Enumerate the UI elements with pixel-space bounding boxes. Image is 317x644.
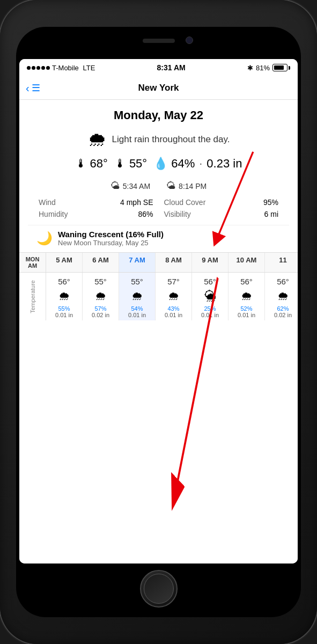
hourly-data-row: Temperature 56° 🌧 55% 0.01 in xyxy=(19,273,298,320)
precip-pct-5am: 55% xyxy=(58,305,70,312)
moon-next: New Moon Thursday, May 25 xyxy=(58,239,281,247)
weather-condition-icon: 🌧 xyxy=(87,130,107,149)
wind-row: Wind 4 mph SE xyxy=(39,197,153,208)
precip-amt-7am: 0.01 in xyxy=(128,312,146,318)
weather-icon-10am: 🌧 xyxy=(241,289,253,303)
hour-col-6am: 6 AM xyxy=(83,253,119,272)
sunset-time: 8:14 PM xyxy=(179,182,207,191)
hour-data-7am: 55° 🌧 54% 0.01 in xyxy=(119,273,156,320)
humidity-value: 86% xyxy=(138,210,153,218)
precip-amt-9am: 0.01 in xyxy=(201,312,219,318)
phone-body: T-Mobile LTE 8:31 AM ✱ 81% xyxy=(16,27,301,617)
wind-label: Wind xyxy=(39,198,56,207)
hourly-section[interactable]: MON AM 5 AM 6 AM 7 AM 8 AM 9 AM 10 AM 11 xyxy=(19,252,298,564)
status-left: T-Mobile LTE xyxy=(27,64,95,72)
battery-percent: 81% xyxy=(256,64,270,72)
phone-frame: T-Mobile LTE 8:31 AM ✱ 81% xyxy=(0,0,317,644)
sunset-item: 🌤 8:14 PM xyxy=(166,180,207,192)
temp-9am: 56° xyxy=(204,277,216,286)
cloud-cover-row: Cloud Cover 95% xyxy=(164,197,279,208)
temp-11am: 56° xyxy=(277,277,289,286)
weather-icon-6am: 🌧 xyxy=(95,289,107,303)
weather-icon-5am: 🌧 xyxy=(58,289,70,303)
camera xyxy=(186,36,193,44)
precip-amt-6am: 0.02 in xyxy=(92,312,109,318)
moon-icon: 🌙 xyxy=(36,231,53,246)
moon-phase: Waning Crescent (16% Full) xyxy=(58,230,281,239)
cloud-cover-label: Cloud Cover xyxy=(164,198,206,207)
visibility-row: Visibility 6 mi xyxy=(164,209,279,219)
hour-col-10am: 10 AM xyxy=(228,253,265,272)
hour-col-8am: 8 AM xyxy=(156,253,192,272)
hour-data-5am: 56° 🌧 55% 0.01 in xyxy=(46,273,83,320)
back-chevron-icon: ‹ xyxy=(26,83,30,93)
nav-bar: ‹ ☰ New York xyxy=(19,76,298,100)
hour-col-9am: 9 AM xyxy=(192,253,228,272)
precip-pct-8am: 43% xyxy=(167,305,179,312)
weather-icon-8am: 🌧 xyxy=(168,289,180,303)
hourly-scroll[interactable]: MON AM 5 AM 6 AM 7 AM 8 AM 9 AM 10 AM 11 xyxy=(19,253,298,320)
weather-description-text: Light rain throughout the day. xyxy=(112,134,230,145)
main-content: Monday, May 22 🌧 Light rain throughout t… xyxy=(19,100,298,564)
thermometer-high-icon: 🌡 xyxy=(75,157,87,171)
weather-icon-9am: 🌦 xyxy=(204,289,216,303)
hour-data-10am: 56° 🌧 52% 0.01 in xyxy=(228,273,265,320)
weather-icon-11am: 🌧 xyxy=(277,289,289,303)
hourly-table: MON AM 5 AM 6 AM 7 AM 8 AM 9 AM 10 AM 11 xyxy=(19,253,298,320)
hour-data-6am: 55° 🌧 57% 0.02 in xyxy=(83,273,119,320)
cloud-cover-value: 95% xyxy=(263,198,278,207)
carrier-label: T-Mobile xyxy=(52,64,79,72)
precip-amt-5am: 0.01 in xyxy=(55,312,73,318)
moon-text: Waning Crescent (16% Full) New Moon Thur… xyxy=(58,230,281,247)
precip-pct-9am: 25% xyxy=(204,305,216,312)
home-button-inner xyxy=(144,574,174,604)
droplet-icon: 💧 xyxy=(153,157,168,171)
precip-pct-7am: 54% xyxy=(131,305,143,312)
humidity-label: Humidity xyxy=(39,210,68,218)
battery-icon xyxy=(272,64,290,71)
temp-axis-col: Temperature xyxy=(19,273,46,320)
visibility-label: Visibility xyxy=(164,210,191,218)
separator: · xyxy=(199,157,202,171)
precip-pct-10am: 52% xyxy=(240,305,252,312)
low-temp: 55° xyxy=(129,157,147,171)
hour-col-11: 11 xyxy=(265,253,298,272)
visibility-value: 6 mi xyxy=(264,210,278,218)
home-button[interactable] xyxy=(140,570,178,608)
hour-data-11am: 56° 🌧 62% 0.02 in xyxy=(265,273,298,320)
precip-amt-11am: 0.02 in xyxy=(274,312,292,318)
wind-value: 4 mph SE xyxy=(120,198,153,207)
temp-6am: 55° xyxy=(94,277,107,286)
moon-info-row: 🌙 Waning Crescent (16% Full) New Moon Th… xyxy=(28,225,289,252)
precip-amt-10am: 0.01 in xyxy=(238,312,255,318)
date-heading: Monday, May 22 xyxy=(28,108,289,122)
humidity-row: Humidity 86% xyxy=(39,209,153,219)
nav-back-button[interactable]: ‹ ☰ xyxy=(26,82,58,94)
temp-axis-label: Temperature xyxy=(30,280,36,313)
hour-labels-row: MON AM 5 AM 6 AM 7 AM 8 AM 9 AM 10 AM 11 xyxy=(19,253,298,273)
hour-col-5am: 5 AM xyxy=(46,253,83,272)
precip-pct-11am: 62% xyxy=(277,305,289,312)
precip-pct-6am: 57% xyxy=(94,305,106,312)
high-temp: 68° xyxy=(90,157,108,171)
sunrise-item: 🌤 5:34 AM xyxy=(110,180,150,192)
hour-data-9am: 56° 🌦 25% 0.01 in xyxy=(192,273,228,320)
precip-pct: 64% xyxy=(171,157,195,171)
weather-section: Monday, May 22 🌧 Light rain throughout t… xyxy=(19,100,298,252)
nav-title: New York xyxy=(58,83,259,93)
status-time: 8:31 AM xyxy=(157,63,186,72)
signal-icon xyxy=(27,66,50,70)
temp-7am: 55° xyxy=(131,277,143,286)
sun-times-row: 🌤 5:34 AM 🌤 8:14 PM xyxy=(28,180,289,192)
bluetooth-icon: ✱ xyxy=(247,64,253,72)
speaker xyxy=(143,39,175,43)
thermometer-low-icon: 🌡 xyxy=(114,157,126,171)
weather-description-row: 🌧 Light rain throughout the day. xyxy=(28,130,289,149)
screen: T-Mobile LTE 8:31 AM ✱ 81% xyxy=(19,59,298,564)
weather-details-grid: Wind 4 mph SE Cloud Cover 95% Humidity 8… xyxy=(28,197,289,219)
hour-col-label: MON AM xyxy=(19,253,46,272)
weather-stats-row: 🌡 68° 🌡 55° 💧 64% · 0.23 in xyxy=(28,157,289,171)
sunset-icon: 🌤 xyxy=(166,180,176,192)
precip-amount: 0.23 in xyxy=(207,157,242,171)
temp-10am: 56° xyxy=(240,277,253,286)
